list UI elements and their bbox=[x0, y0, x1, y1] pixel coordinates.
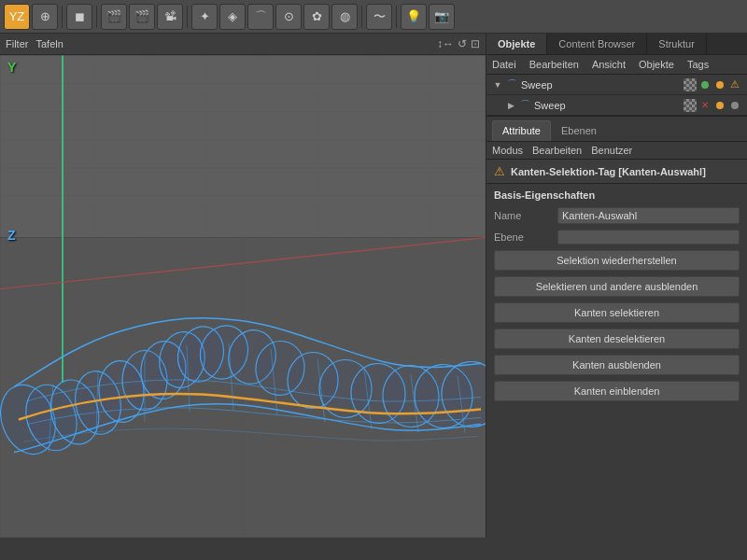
btn-selektieren-ausblenden[interactable]: Selektieren und andere ausblenden bbox=[494, 276, 740, 297]
object-list: ▼ ⌒ Sweep ⚠ ▶ ⌒ Sweep ✕ bbox=[486, 75, 747, 117]
cube-button[interactable]: ◼ bbox=[66, 4, 92, 30]
main-area: Filter Tafeln ↕↔ ↺ ⊡ bbox=[0, 34, 747, 538]
btn-kanten-einblenden[interactable]: Kanten einblenden bbox=[494, 381, 740, 401]
obj-tags-1: ⚠ bbox=[684, 78, 741, 91]
toolbar-separator-4 bbox=[361, 6, 362, 28]
second-toolbar: Filter Tafeln ↕↔ ↺ ⊡ bbox=[0, 34, 486, 55]
menu-ansicht[interactable]: Ansicht bbox=[590, 57, 627, 72]
sweep-icon-2: ⌒ bbox=[520, 98, 530, 112]
film-button-2[interactable]: 🎬 bbox=[129, 4, 155, 30]
star-button[interactable]: ✦ bbox=[191, 4, 218, 30]
tab-content-browser[interactable]: Content Browser bbox=[547, 34, 647, 54]
prop-value-name[interactable] bbox=[557, 207, 740, 224]
obj-mode-button[interactable]: ⊕ bbox=[32, 4, 58, 30]
attr-modus[interactable]: Modus bbox=[492, 145, 523, 156]
tag-title-text: Kanten-Selektion-Tag [Kanten-Auswahl] bbox=[511, 166, 706, 177]
wave-button[interactable]: 〜 bbox=[366, 4, 392, 30]
viewport-3d[interactable]: Y Z bbox=[0, 55, 486, 538]
sweep-name-2: Sweep bbox=[534, 100, 680, 111]
warn-tag-1[interactable]: ⚠ bbox=[728, 78, 741, 91]
attribute-panel: Attribute Ebenen Modus Bearbeiten Benutz… bbox=[486, 117, 747, 538]
rotate-icon[interactable]: ↺ bbox=[458, 37, 467, 50]
rp-top-tabs: Objekte Content Browser Struktur bbox=[486, 34, 747, 55]
rp-menu: Datei Bearbeiten Ansicht Objekte Tags bbox=[486, 55, 747, 75]
maximize-icon[interactable]: ⊡ bbox=[471, 37, 480, 50]
orange-dot-tag-2[interactable] bbox=[713, 99, 726, 112]
prop-row-name: Name bbox=[486, 204, 747, 227]
viewport-controls: ↕↔ ↺ ⊡ bbox=[437, 37, 480, 50]
menu-datei[interactable]: Datei bbox=[490, 57, 518, 72]
gray-dot-2 bbox=[731, 102, 739, 109]
flower-button[interactable]: ✿ bbox=[303, 4, 330, 30]
filter-label[interactable]: Filter bbox=[6, 38, 28, 49]
z-axis-label: Z bbox=[7, 228, 16, 243]
toolbar-separator-5 bbox=[396, 6, 397, 28]
gray-tag-2[interactable] bbox=[728, 99, 741, 112]
toolbar-separator-1 bbox=[62, 6, 63, 28]
checkered-tag-1[interactable] bbox=[684, 78, 697, 91]
x-tag-2[interactable]: ✕ bbox=[698, 99, 712, 112]
toolbar-separator-2 bbox=[96, 6, 97, 28]
prop-label-ebene: Ebene bbox=[494, 231, 550, 243]
tag-warning-icon: ⚠ bbox=[494, 164, 505, 178]
green-dot-tag-1[interactable] bbox=[698, 78, 712, 91]
expand-icon-1[interactable]: ▼ bbox=[492, 79, 503, 91]
camera-button[interactable]: 📷 bbox=[429, 4, 455, 30]
toolbar-separator-3 bbox=[187, 6, 188, 28]
section-basis: Basis-Eigenschaften bbox=[486, 184, 747, 204]
orange-dot-1 bbox=[716, 81, 724, 89]
attr-benutzer[interactable]: Benutzer bbox=[591, 145, 632, 156]
attr-tabs: Attribute Ebenen bbox=[486, 117, 747, 142]
prop-row-ebene: Ebene bbox=[486, 227, 747, 247]
tab-struktur[interactable]: Struktur bbox=[647, 34, 707, 54]
viewport-canvas bbox=[0, 55, 486, 538]
green-dot-1 bbox=[701, 81, 709, 89]
object-row-sweep-1[interactable]: ▼ ⌒ Sweep ⚠ bbox=[486, 75, 747, 95]
menu-objekte[interactable]: Objekte bbox=[637, 57, 676, 72]
prop-label-name: Name bbox=[494, 210, 550, 221]
yz-button[interactable]: YZ bbox=[4, 4, 30, 30]
orange-dot-tag-1[interactable] bbox=[713, 78, 726, 91]
btn-selektion-wiederherstellen[interactable]: Selektion wiederherstellen bbox=[494, 250, 740, 271]
expand-icon-2[interactable]: ▶ bbox=[505, 100, 516, 111]
tab-objekte[interactable]: Objekte bbox=[486, 34, 547, 54]
torus-button[interactable]: ⊙ bbox=[275, 4, 302, 30]
film-button-3[interactable]: 📽 bbox=[157, 4, 183, 30]
menu-tags[interactable]: Tags bbox=[685, 57, 711, 72]
top-toolbar: YZ ⊕ ◼ 🎬 🎬 📽 ✦ ◈ ⌒ ⊙ ✿ ◍ 〜 💡 📷 bbox=[0, 0, 747, 34]
tube-button[interactable]: ◍ bbox=[331, 4, 358, 30]
sweep-icon-1: ⌒ bbox=[507, 77, 517, 91]
cube2-button[interactable]: ◈ bbox=[219, 4, 246, 30]
film-button-1[interactable]: 🎬 bbox=[101, 4, 127, 30]
sweep-name-1: Sweep bbox=[521, 79, 680, 91]
tab-ebenen[interactable]: Ebenen bbox=[551, 120, 607, 141]
btn-kanten-selektieren[interactable]: Kanten selektieren bbox=[494, 302, 740, 323]
tafeln-label[interactable]: Tafeln bbox=[35, 38, 63, 49]
svg-rect-2 bbox=[0, 56, 486, 238]
btn-kanten-ausblenden[interactable]: Kanten ausblenden bbox=[494, 355, 740, 375]
y-axis-label: Y bbox=[7, 60, 16, 75]
obj-tags-2: ✕ bbox=[684, 99, 741, 112]
attr-submenu: Modus Bearbeiten Benutzer bbox=[486, 142, 747, 160]
right-panel: Objekte Content Browser Struktur Datei B… bbox=[486, 34, 747, 538]
yz-label: YZ bbox=[9, 9, 25, 23]
orange-dot-2 bbox=[716, 102, 724, 109]
curve-button[interactable]: ⌒ bbox=[247, 4, 274, 30]
move-icon[interactable]: ↕↔ bbox=[437, 37, 454, 50]
checkered-tag-2[interactable] bbox=[684, 99, 697, 112]
menu-bearbeiten[interactable]: Bearbeiten bbox=[528, 57, 581, 72]
light-button[interactable]: 💡 bbox=[401, 4, 427, 30]
btn-kanten-deselektieren[interactable]: Kanten deselektieren bbox=[494, 329, 740, 349]
prop-value-ebene[interactable] bbox=[557, 230, 740, 245]
tab-attribute[interactable]: Attribute bbox=[492, 120, 551, 141]
tag-header: ⚠ Kanten-Selektion-Tag [Kanten-Auswahl] bbox=[486, 160, 747, 184]
attr-bearbeiten[interactable]: Bearbeiten bbox=[532, 145, 582, 156]
object-row-sweep-2[interactable]: ▶ ⌒ Sweep ✕ bbox=[486, 95, 747, 116]
